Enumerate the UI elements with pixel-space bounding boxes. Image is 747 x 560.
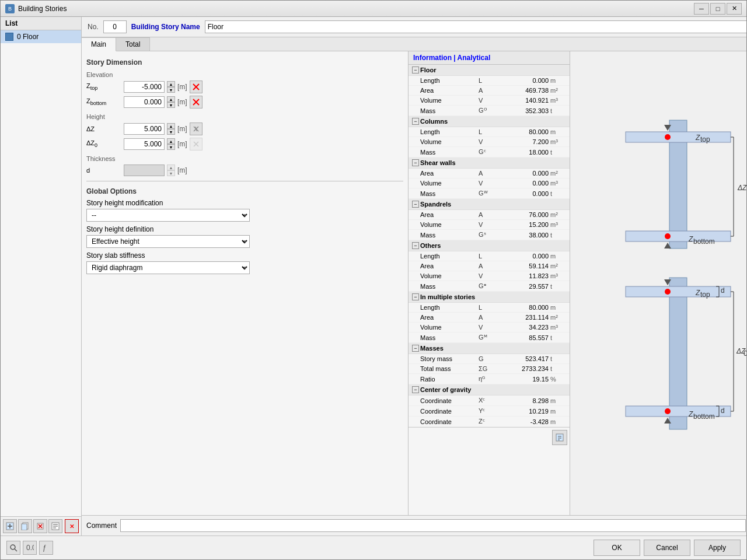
info-row: MassGᴼ352.303t <box>409 106 570 116</box>
info-section-header-2[interactable]: −Shear walls <box>409 158 570 169</box>
remove-red-button[interactable]: ✕ <box>65 519 79 533</box>
info-row: CoordinateZᶜ-3.428m <box>409 416 570 427</box>
info-sections: −FloorLengthL0.000mAreaA469.738m²VolumeV… <box>409 65 570 427</box>
search-button[interactable] <box>6 541 20 555</box>
ztop-spin-down[interactable]: ▼ <box>167 87 175 93</box>
svg-rect-4 <box>22 524 27 530</box>
info-section-header-6[interactable]: −Masses <box>409 343 570 354</box>
dz0-row: ΔZ0 ▲ ▼ [m] <box>86 138 403 150</box>
ztop-label: Ztop <box>86 82 121 91</box>
svg-text:0: 0 <box>743 349 747 358</box>
info-section-header-4[interactable]: −Others <box>409 240 570 251</box>
info-row: VolumeV15.200m³ <box>409 220 570 230</box>
collapse-icon[interactable]: − <box>412 293 419 300</box>
collapse-icon[interactable]: − <box>412 345 419 352</box>
info-row: MassGᶜ18.000t <box>409 147 570 158</box>
collapse-icon[interactable]: − <box>412 118 419 125</box>
dz-clear-button[interactable] <box>190 123 203 135</box>
copy-button[interactable] <box>18 519 32 533</box>
apply-button[interactable]: Apply <box>694 540 741 556</box>
svg-text:top: top <box>700 290 710 299</box>
tab-main[interactable]: Main <box>82 37 116 51</box>
collapse-icon[interactable]: − <box>412 201 419 208</box>
story-number-input[interactable] <box>103 20 127 33</box>
svg-text:Z: Z <box>688 235 693 243</box>
decimal-button[interactable]: 0.00 <box>23 541 37 555</box>
list-item-floor[interactable]: 0 Floor <box>1 30 81 43</box>
diagram-svg: Z top Z bottom <box>579 108 747 459</box>
svg-rect-42 <box>626 286 731 297</box>
info-section-header-5[interactable]: −In multiple stories <box>409 292 570 303</box>
zbottom-label: Zbottom <box>86 97 121 106</box>
info-row: AreaA59.114m² <box>409 261 570 271</box>
list-toolbar: ✕ <box>1 516 81 536</box>
app-icon: B <box>5 4 15 13</box>
dz0-label: ΔZ0 <box>86 139 121 148</box>
svg-text:0.00: 0.00 <box>26 544 34 552</box>
ztop-spin-up[interactable]: ▲ <box>167 81 175 87</box>
formula-button[interactable]: ƒ <box>39 541 53 555</box>
info-row: LengthL80.000m <box>409 127 570 137</box>
info-header: Information | Analytical <box>409 51 570 65</box>
dz0-clear-button[interactable] <box>190 138 203 150</box>
ztop-input[interactable] <box>124 81 165 93</box>
collapse-icon[interactable]: − <box>412 159 419 166</box>
dz-spin-down[interactable]: ▼ <box>167 129 175 135</box>
floor-item-no: 0 Floor <box>17 33 39 41</box>
collapse-icon[interactable]: − <box>412 242 419 249</box>
story-height-mod-select[interactable]: -- <box>86 209 250 222</box>
ztop-unit: [m] <box>177 83 187 91</box>
d-input[interactable] <box>124 164 165 176</box>
cancel-button[interactable]: Cancel <box>644 540 690 556</box>
dz0-input[interactable] <box>124 138 165 150</box>
svg-text:Z: Z <box>695 134 700 142</box>
building-stories-window: B Building Stories ─ □ ✕ List 0 Floor <box>0 0 747 560</box>
zbottom-input[interactable] <box>124 96 165 108</box>
info-row: LengthL80.000m <box>409 303 570 313</box>
global-options-section: Global Options Story height modification… <box>86 187 403 274</box>
info-row: AreaA0.000m² <box>409 169 570 178</box>
info-row: CoordinateXᶜ8.298m <box>409 396 570 406</box>
ztop-clear-button[interactable] <box>190 80 203 93</box>
footer-actions: OK Cancel Apply <box>594 540 741 556</box>
svg-text:ΔZ: ΔZ <box>737 184 747 192</box>
info-section-header-0[interactable]: −Floor <box>409 65 570 76</box>
zbottom-clear-button[interactable] <box>190 96 203 108</box>
ok-button[interactable]: OK <box>594 540 640 556</box>
info-section-header-3[interactable]: −Spandrels <box>409 199 570 210</box>
d-spin-down[interactable]: ▼ <box>167 170 175 176</box>
story-slab-stiffness-select[interactable]: Rigid diaphragm <box>86 261 250 274</box>
info-export-button[interactable] <box>552 430 567 445</box>
minimize-button[interactable]: ─ <box>694 3 709 15</box>
info-row: LengthL0.000m <box>409 251 570 261</box>
zbottom-spin-up[interactable]: ▲ <box>167 96 175 102</box>
story-height-def-select[interactable]: Effective height <box>86 235 250 248</box>
comment-input[interactable] <box>120 519 746 532</box>
thickness-label: Thickness <box>86 155 403 162</box>
collapse-icon[interactable]: − <box>412 66 419 74</box>
svg-point-47 <box>665 408 671 414</box>
close-button[interactable]: ✕ <box>727 3 742 15</box>
add-button[interactable] <box>3 519 17 533</box>
svg-point-69 <box>11 545 15 550</box>
section-name: Masses <box>420 345 444 352</box>
tab-total[interactable]: Total <box>116 37 150 51</box>
svg-line-70 <box>15 549 17 551</box>
dz-spin-up[interactable]: ▲ <box>167 123 175 129</box>
dz-input[interactable] <box>124 123 165 135</box>
maximize-button[interactable]: □ <box>710 3 725 15</box>
collapse-icon[interactable]: − <box>412 386 419 393</box>
info-row: VolumeV34.223m³ <box>409 323 570 332</box>
d-spin-up[interactable]: ▲ <box>167 164 175 170</box>
story-name-input[interactable] <box>205 20 746 33</box>
zbottom-spin-down[interactable]: ▼ <box>167 102 175 108</box>
properties-button[interactable] <box>48 519 62 533</box>
dz0-spin-up[interactable]: ▲ <box>167 138 175 144</box>
left-panel: List 0 Floor ✕ <box>1 17 82 536</box>
info-section-header-7[interactable]: −Center of gravity <box>409 384 570 396</box>
dz0-spin-down[interactable]: ▼ <box>167 144 175 150</box>
delete-button[interactable] <box>33 519 47 533</box>
story-header: No. Building Story Name <box>82 17 746 37</box>
section-name: Shear walls <box>420 159 456 166</box>
info-section-header-1[interactable]: −Columns <box>409 116 570 127</box>
